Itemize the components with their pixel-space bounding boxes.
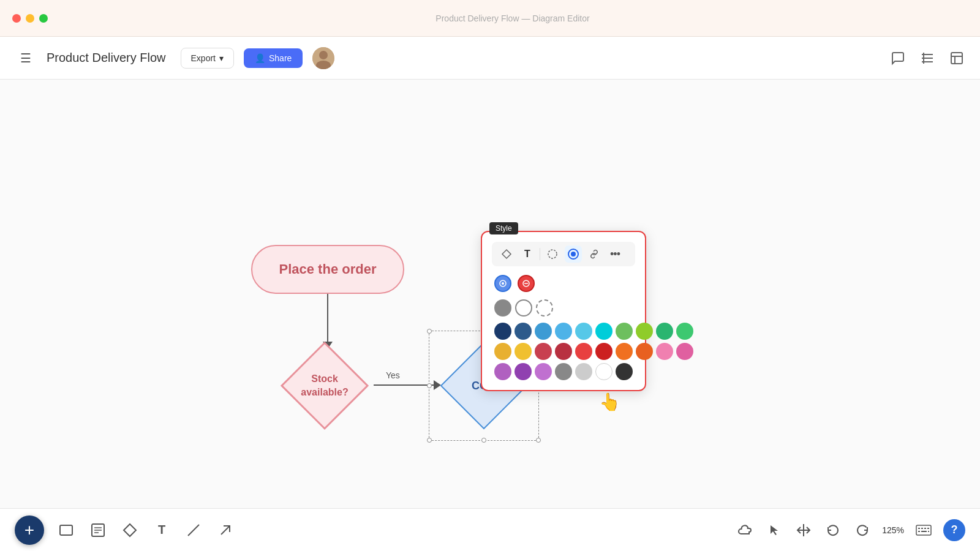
cursor-icon[interactable]	[764, 520, 784, 540]
color-gray[interactable]	[555, 363, 572, 380]
style-filled-blue[interactable]	[494, 275, 511, 292]
traffic-light-green[interactable]	[39, 14, 48, 23]
color-lime[interactable]	[636, 323, 653, 340]
color-yellow[interactable]	[514, 343, 532, 360]
color-deep-red[interactable]	[595, 343, 612, 360]
color-orange[interactable]	[616, 343, 633, 360]
comment-icon[interactable]	[889, 50, 907, 67]
share-icon: 👤	[255, 53, 265, 63]
color-emerald[interactable]	[676, 323, 693, 340]
canvas[interactable]: Place the order Stock available? Yes	[0, 80, 980, 508]
color-navy[interactable]	[494, 323, 511, 340]
svg-rect-32	[918, 528, 920, 529]
color-violet[interactable]	[514, 363, 532, 380]
svg-rect-23	[60, 525, 72, 535]
handle-br[interactable]	[536, 438, 541, 443]
export-label: Export	[191, 53, 216, 63]
bottom-toolbar: + T 125% ?	[0, 508, 980, 551]
color-grid	[492, 323, 635, 380]
svg-point-1	[319, 51, 328, 59]
canvas-inner: Place the order Stock available? Yes	[0, 80, 980, 508]
export-button[interactable]: Export ▾	[181, 48, 234, 69]
traffic-light-yellow[interactable]	[26, 14, 34, 23]
link-tool[interactable]	[586, 246, 603, 263]
color-dark-red[interactable]	[555, 343, 572, 360]
color-green[interactable]	[656, 323, 673, 340]
color-purple[interactable]	[494, 363, 511, 380]
arrow-tool[interactable]	[216, 520, 235, 540]
svg-text:Stock: Stock	[311, 373, 338, 384]
color-sky[interactable]	[575, 323, 592, 340]
undo-icon[interactable]	[823, 520, 843, 540]
redo-icon[interactable]	[853, 520, 872, 540]
color-cyan[interactable]	[595, 323, 612, 340]
bottom-right: 125% ?	[735, 519, 965, 541]
title-bar-text: Product Delivery Flow — Diagram Editor	[58, 13, 968, 23]
color-amber[interactable]	[494, 343, 511, 360]
style-filled-red[interactable]	[518, 275, 535, 292]
zoom-level[interactable]: 125%	[882, 525, 904, 535]
fill-outline[interactable]	[515, 299, 532, 317]
color-dark-orange[interactable]	[636, 343, 653, 360]
rectangle-tool[interactable]	[56, 520, 76, 540]
text-tool[interactable]: T	[519, 246, 536, 263]
color-light-gray[interactable]	[575, 363, 592, 380]
color-red[interactable]	[575, 343, 592, 360]
fill-solid[interactable]	[494, 299, 511, 317]
export-dropdown-icon: ▾	[219, 53, 224, 63]
divider-1	[540, 248, 540, 260]
more-tool[interactable]: •••	[606, 246, 624, 263]
handle-bl[interactable]	[427, 438, 432, 443]
svg-marker-30	[771, 525, 778, 535]
svg-marker-10	[282, 343, 368, 429]
color-white[interactable]	[595, 363, 612, 380]
color-crimson[interactable]	[535, 343, 552, 360]
handle-ml[interactable]	[427, 383, 432, 388]
color-hot-pink[interactable]	[676, 343, 693, 360]
color-blue[interactable]	[535, 323, 552, 340]
avatar[interactable]	[312, 47, 334, 69]
color-black[interactable]	[616, 363, 633, 380]
svg-rect-36	[918, 531, 920, 532]
yes-label: Yes	[386, 370, 400, 380]
color-lavender[interactable]	[535, 363, 552, 380]
place-order-node[interactable]: Place the order	[251, 245, 404, 294]
shape-tool[interactable]	[498, 246, 515, 263]
menu-button[interactable]: ☰	[15, 47, 37, 69]
handle-tl[interactable]	[427, 329, 432, 334]
color-pink[interactable]	[656, 343, 673, 360]
color-style-row	[492, 275, 635, 292]
svg-point-18	[571, 252, 576, 257]
cloud-save-icon[interactable]	[735, 520, 755, 540]
stock-available-node[interactable]: Stock available?	[276, 337, 374, 435]
note-tool[interactable]	[88, 520, 108, 540]
svg-line-29	[188, 525, 199, 536]
handle-bm[interactable]	[481, 438, 486, 443]
keyboard-icon[interactable]	[914, 520, 933, 540]
traffic-light-red[interactable]	[12, 14, 21, 23]
style-tool[interactable]	[565, 246, 582, 263]
svg-rect-35	[927, 528, 929, 529]
diagram-title: Product Delivery Flow	[47, 51, 166, 65]
color-dark-blue[interactable]	[514, 323, 532, 340]
text-tool[interactable]: T	[152, 520, 172, 540]
svg-rect-38	[928, 531, 929, 532]
add-button[interactable]: +	[15, 515, 44, 545]
arrow-right-1	[374, 384, 435, 386]
move-icon[interactable]	[794, 520, 813, 540]
top-toolbar: ☰ Product Delivery Flow Export ▾ 👤 Share	[0, 37, 980, 80]
place-order-label: Place the order	[279, 261, 377, 277]
layout-icon[interactable]	[919, 50, 936, 67]
color-light-green[interactable]	[616, 323, 633, 340]
svg-rect-31	[916, 525, 931, 535]
svg-rect-7	[951, 53, 962, 64]
format-tool[interactable]	[544, 246, 561, 263]
line-tool[interactable]	[184, 520, 203, 540]
help-button[interactable]: ?	[943, 519, 965, 541]
color-light-blue[interactable]	[555, 323, 572, 340]
share-button[interactable]: 👤 Share	[244, 48, 303, 68]
fill-dashed[interactable]	[536, 299, 553, 317]
history-icon[interactable]	[948, 50, 965, 67]
diamond-tool[interactable]	[120, 520, 140, 540]
title-bar: Product Delivery Flow — Diagram Editor	[0, 0, 980, 37]
